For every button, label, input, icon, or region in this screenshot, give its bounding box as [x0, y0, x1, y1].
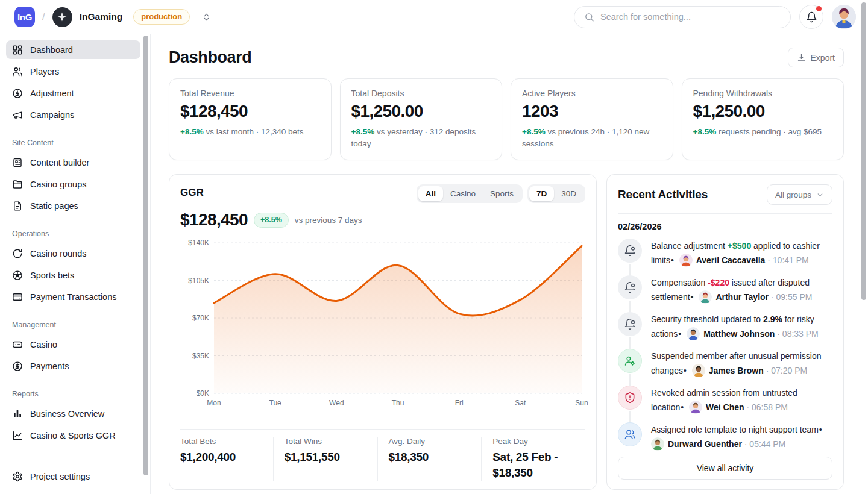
stat-card-active-players[interactable]: Active Players 1203 +8.5% vs previous 24… [511, 78, 673, 160]
sidebar-item-adjustment[interactable]: Adjustment [6, 84, 140, 102]
stat-card-total-deposits[interactable]: Total Deposits $1,250.00 +8.5% vs yester… [340, 78, 503, 160]
sidebar-section-title: Operations [6, 230, 140, 238]
tab-7d[interactable]: 7D [529, 186, 554, 201]
svg-text:Sat: Sat [515, 399, 526, 407]
activity-item[interactable]: Balance adjustment +$500 applied to cash… [618, 239, 832, 275]
global-search[interactable] [574, 6, 791, 28]
shield-alert-icon [618, 386, 642, 410]
sidebar-item-project-settings[interactable]: Project settings [6, 467, 140, 486]
org-avatar-icon[interactable] [52, 7, 72, 27]
sidebar-item-label: Static pages [30, 201, 78, 211]
sidebar-item-label: Project settings [30, 472, 90, 481]
summary-total-wins: Total Wins $1,151,550 [273, 437, 377, 481]
avatar [699, 290, 712, 304]
sidebar-item-label: Campaigns [30, 110, 74, 120]
activity-item[interactable]: Compensation -$220 issued after disputed… [618, 275, 832, 312]
export-button[interactable]: Export [788, 48, 844, 67]
org-switcher-chevrons-icon[interactable] [202, 13, 211, 22]
sidebar-item-campaigns[interactable]: Campaigns [6, 105, 140, 124]
activity-item[interactable]: Suspended member after unusual permissio… [618, 349, 832, 386]
tab-30d[interactable]: 30D [554, 186, 583, 201]
sidebar-item-casino-groups[interactable]: Casino groups [6, 175, 140, 193]
sidebar-navigation: Dashboard Players Adjustment Campaigns S… [0, 34, 151, 494]
tab-casino[interactable]: Casino [443, 186, 483, 201]
avatar [689, 401, 702, 414]
stat-card-pending-withdrawals[interactable]: Pending Withdrawals $1,250.00 +8.5% requ… [682, 78, 844, 160]
svg-text:$0K: $0K [197, 389, 209, 398]
players-icon [12, 66, 23, 77]
activity-text: Revoked admin session from untrusted loc… [651, 386, 832, 414]
svg-text:$70K: $70K [192, 314, 209, 322]
tab-all[interactable]: All [418, 186, 443, 201]
svg-text:$35K: $35K [192, 352, 209, 360]
activity-item[interactable]: Revoked admin session from untrusted loc… [618, 386, 832, 422]
view-all-activity-button[interactable]: View all activity [618, 457, 832, 480]
sidebar-item-casino-sports-ggr[interactable]: Casino & Sports GGR [6, 426, 140, 445]
ggr-filter-tabs: All Casino Sports [417, 184, 523, 203]
svg-text:$105K: $105K [188, 277, 209, 285]
svg-text:Fri: Fri [455, 399, 464, 407]
ggr-chart-card: GGR All Casino Sports 7D 30D [169, 174, 597, 490]
sidebar-item-players[interactable]: Players [6, 62, 140, 81]
ggr-summary-row: Total Bets $1,200,400 Total Wins $1,151,… [180, 429, 585, 481]
bell-dot-icon [618, 239, 642, 263]
tab-sports[interactable]: Sports [483, 186, 521, 201]
timeline-connector [629, 411, 631, 424]
sidebar-item-label: Content builder [30, 158, 89, 167]
sidebar-item-casino[interactable]: Casino [6, 335, 140, 354]
recent-activities-card: Recent Activities All groups 02/26/2026 [606, 174, 844, 490]
stat-cards-row: Total Revenue $128,450 +8.5% vs last mon… [169, 78, 844, 160]
org-name: InGaming [80, 11, 122, 22]
search-input[interactable] [600, 12, 781, 22]
sidebar-item-dashboard[interactable]: Dashboard [6, 40, 140, 59]
timeline-connector [629, 374, 631, 387]
summary-avg-daily: Avg. Daily $18,350 [377, 437, 482, 481]
stat-card-total-revenue[interactable]: Total Revenue $128,450 +8.5% vs last mon… [169, 78, 332, 160]
sidebar-item-payments[interactable]: Payments [6, 357, 140, 375]
sidebar-item-casino-rounds[interactable]: Casino rounds [6, 244, 140, 263]
environment-badge[interactable]: production [133, 9, 190, 25]
notifications-button[interactable] [799, 5, 823, 29]
app-logo[interactable]: InG [14, 7, 35, 27]
user-avatar[interactable] [832, 5, 856, 29]
sidebar-item-label: Sports bets [30, 270, 74, 280]
page-scrollbar[interactable] [861, 2, 866, 300]
svg-text:$140K: $140K [188, 239, 209, 247]
sidebar-section-title: Site Content [6, 139, 140, 147]
soccer-ball-icon [12, 270, 23, 281]
sidebar-section-title: Reports [6, 390, 140, 398]
summary-total-bets: Total Bets $1,200,400 [180, 437, 273, 481]
ggr-area-chart[interactable]: $140K$105K$70K$35K$0KMonTueWedThuFriSatS… [180, 233, 585, 424]
file-text-icon [12, 201, 23, 211]
group-filter-dropdown[interactable]: All groups [767, 184, 832, 205]
sidebar-section-title: Management [6, 320, 140, 329]
sidebar-item-label: Players [30, 67, 59, 77]
bell-dot-icon [618, 275, 642, 299]
sidebar-item-business-overview[interactable]: Business Overview [6, 404, 140, 423]
stat-label: Pending Withdrawals [693, 89, 833, 98]
sidebar-item-content-builder[interactable]: Content builder [6, 153, 140, 172]
avatar [687, 327, 700, 340]
sidebar-item-label: Adjustment [30, 89, 74, 98]
ggr-value: $128,450 [180, 210, 248, 230]
stat-value: $128,450 [180, 102, 320, 121]
ggr-compare-label: vs previous 7 days [295, 216, 362, 225]
stat-subtext: +8.5% requests pending · avg $695 [693, 126, 833, 138]
sidebar-item-sports-bets[interactable]: Sports bets [6, 266, 140, 284]
sidebar-item-payment-transactions[interactable]: Payment Transactions [6, 287, 140, 306]
sidebar-item-label: Casino & Sports GGR [30, 431, 116, 440]
sidebar-scrollbar[interactable] [143, 36, 148, 475]
activity-text: Compensation -$220 issued after disputed… [651, 275, 832, 304]
sidebar-item-label: Payment Transactions [30, 292, 116, 302]
casino-card-icon [12, 339, 23, 350]
sidebar-item-label: Casino groups [30, 180, 87, 189]
sidebar-item-static-pages[interactable]: Static pages [6, 196, 140, 215]
timeline-connector [629, 337, 631, 350]
activity-item[interactable]: Assigned role template to night support … [618, 422, 832, 457]
activities-date: 02/26/2026 [618, 222, 832, 231]
activity-text: Security threshold updated to 2.9% for r… [651, 312, 832, 341]
activity-item[interactable]: Security threshold updated to 2.9% for r… [618, 312, 832, 349]
export-button-label: Export [811, 53, 835, 63]
stat-subtext: +8.5% vs previous 24h · 1,120 new sessio… [522, 126, 662, 150]
line-chart-icon [12, 430, 23, 441]
